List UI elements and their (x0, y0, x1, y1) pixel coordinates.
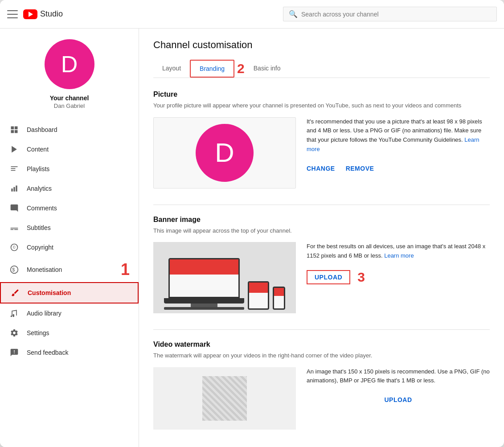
content-area: Channel customisation Layout Branding 2 … (139, 29, 504, 447)
content-icon (9, 144, 20, 155)
picture-info-text: It's recommended that you use a picture … (307, 117, 490, 154)
sidebar-item-subtitles[interactable]: Subtitles (0, 218, 139, 238)
upload-row: UPLOAD 3 (307, 270, 490, 285)
picture-buttons: CHANGE REMOVE (307, 163, 490, 174)
svg-rect-1 (15, 127, 18, 130)
search-bar[interactable]: 🔍 (283, 7, 497, 21)
phone-mockup (273, 287, 285, 310)
send-feedback-label: Send feedback (27, 349, 68, 356)
nav-items: Dashboard Content Playlists (0, 116, 139, 366)
send-feedback-icon (9, 347, 20, 358)
tablet-banner (249, 283, 268, 293)
tab-branding-wrapper: Branding 2 (190, 60, 245, 78)
svg-rect-7 (11, 170, 16, 171)
sidebar-item-copyright[interactable]: © Copyright (0, 238, 139, 257)
search-input[interactable] (301, 11, 491, 18)
laptop-base (164, 298, 244, 303)
watermark-preview (153, 367, 296, 430)
sidebar-item-dashboard[interactable]: Dashboard (0, 120, 139, 139)
dashboard-icon (9, 124, 20, 135)
sidebar-item-customisation[interactable]: Customisation (0, 282, 139, 303)
watermark-row: An image that's 150 x 150 pixels is reco… (153, 367, 490, 430)
channel-name-label: Your channel (50, 94, 89, 102)
banner-description: This image will appear across the top of… (153, 226, 490, 235)
svg-text:$: $ (12, 267, 15, 272)
audio-library-label: Audio library (27, 310, 61, 317)
audio-library-icon (9, 308, 20, 319)
subtitles-icon (9, 222, 20, 233)
banner-section: Banner image This image will appear acro… (153, 216, 490, 314)
main-layout: D Your channel Dan Gabriel Dashboard (0, 29, 504, 447)
logo-container[interactable]: Studio (23, 9, 63, 19)
banner-preview (153, 242, 296, 313)
svg-rect-19 (13, 314, 14, 317)
picture-description: Your profile picture will appear where y… (153, 101, 490, 110)
banner-actions: For the best results on all devices, use… (307, 242, 490, 285)
sidebar-item-content[interactable]: Content (0, 139, 139, 159)
play-triangle-icon (29, 12, 33, 17)
tab-basic-info[interactable]: Basic info (245, 60, 290, 77)
divider-1 (153, 205, 490, 205)
annotation-3: 3 (357, 270, 365, 285)
tab-branding[interactable]: Branding (190, 60, 234, 78)
picture-row: D It's recommended that you use a pictur… (153, 117, 490, 189)
monetisation-icon: $ (9, 264, 20, 275)
copyright-label: Copyright (27, 244, 53, 251)
tab-layout[interactable]: Layout (153, 60, 190, 77)
customisation-label: Customisation (28, 289, 71, 296)
devices-container (164, 258, 285, 313)
channel-handle: Dan Gabriel (54, 103, 85, 109)
settings-icon (9, 328, 20, 338)
picture-section: Picture Your profile picture will appear… (153, 90, 490, 189)
sidebar-item-monetisation[interactable]: $ Monetisation 1 (0, 257, 139, 282)
customisation-icon (10, 287, 20, 298)
sidebar-item-send-feedback[interactable]: Send feedback (0, 343, 139, 362)
upload-watermark-button[interactable]: UPLOAD (307, 394, 490, 405)
sidebar-item-audio-library[interactable]: Audio library (0, 303, 139, 323)
svg-rect-3 (15, 130, 18, 133)
sidebar-item-analytics[interactable]: Analytics (0, 179, 139, 198)
profile-picture-preview: D (196, 124, 254, 182)
sidebar-item-settings[interactable]: Settings (0, 323, 139, 343)
svg-rect-0 (11, 127, 14, 130)
laptop-mockup (164, 258, 244, 310)
annotation-2: 2 (237, 62, 245, 75)
picture-title: Picture (153, 90, 490, 98)
banner-title: Banner image (153, 216, 490, 224)
hamburger-icon[interactable] (7, 9, 18, 20)
divider-2 (153, 329, 490, 330)
annotation-1: 1 (121, 262, 130, 278)
svg-rect-8 (11, 189, 12, 192)
settings-label: Settings (27, 329, 49, 336)
playlists-icon (9, 164, 20, 174)
tabs: Layout Branding 2 Basic info (153, 60, 490, 78)
monetisation-label: Monetisation (27, 266, 62, 273)
svg-rect-13 (11, 228, 18, 229)
watermark-pattern (202, 376, 247, 421)
subtitles-label: Subtitles (27, 224, 51, 231)
svg-rect-5 (11, 166, 18, 167)
channel-info: D Your channel Dan Gabriel (0, 29, 139, 116)
upload-banner-button[interactable]: UPLOAD (307, 270, 350, 284)
svg-rect-11 (11, 229, 14, 230)
search-icon: 🔍 (289, 10, 298, 18)
svg-text:©: © (13, 245, 16, 250)
watermark-info-text: An image that's 150 x 150 pixels is reco… (307, 367, 490, 386)
watermark-description: The watermark will appear on your videos… (153, 351, 490, 360)
svg-rect-2 (11, 130, 14, 133)
change-picture-button[interactable]: CHANGE (307, 163, 335, 174)
banner-info-text: For the best results on all devices, use… (307, 242, 490, 261)
page-title: Channel customisation (153, 39, 490, 51)
sidebar-item-playlists[interactable]: Playlists (0, 159, 139, 179)
picture-actions: It's recommended that you use a picture … (307, 117, 490, 174)
svg-rect-9 (13, 187, 15, 192)
dashboard-label: Dashboard (27, 126, 57, 133)
banner-learn-more-link[interactable]: Learn more (384, 252, 414, 259)
avatar[interactable]: D (45, 39, 94, 89)
svg-rect-6 (11, 168, 16, 169)
sidebar-item-comments[interactable]: Comments (0, 198, 139, 218)
watermark-title: Video watermark (153, 340, 490, 349)
picture-preview: D (153, 117, 296, 189)
laptop-stand (191, 303, 217, 307)
remove-picture-button[interactable]: REMOVE (346, 163, 374, 174)
